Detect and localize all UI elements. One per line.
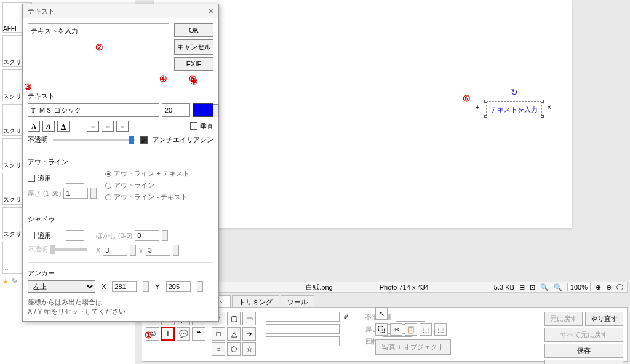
text-object[interactable]: ↻ + テキストを入力 × xyxy=(486,101,542,116)
outline-thickness-label: 厚さ (1-36) xyxy=(28,189,61,198)
paste-icon[interactable]: 📋 xyxy=(405,323,417,336)
tab-trimming[interactable]: トリミング xyxy=(232,295,279,309)
info-icon[interactable]: ⓘ xyxy=(616,283,623,292)
annotation-2: ② xyxy=(95,42,103,52)
outline-thickness-input[interactable] xyxy=(63,188,88,199)
tab-tool[interactable]: ツール xyxy=(281,295,314,309)
tool-speech-icon[interactable]: 💬 xyxy=(177,327,190,341)
color-swatch-2[interactable] xyxy=(266,324,340,334)
outline-mode-1[interactable] xyxy=(105,171,111,177)
shadow-apply-checkbox[interactable] xyxy=(28,232,35,239)
menu-button[interactable]: メニュー xyxy=(544,360,623,364)
eyedropper-icon[interactable]: ✐ xyxy=(343,313,349,321)
align-center-icon[interactable]: ≡ xyxy=(102,121,114,132)
zoom-in-icon[interactable]: ⊕ xyxy=(596,283,601,291)
anchor-y-input[interactable] xyxy=(166,281,191,292)
shape-star-icon[interactable]: ☆ xyxy=(242,342,256,356)
save-button[interactable]: 保存 xyxy=(544,344,623,358)
vertical-checkbox[interactable] xyxy=(190,122,197,130)
annotation-5: ⑤ xyxy=(189,74,197,84)
font-size-input[interactable] xyxy=(162,103,190,117)
shape-square-icon[interactable]: □ xyxy=(212,327,225,341)
underline-icon[interactable]: A xyxy=(57,121,70,132)
shape-hexagon-icon[interactable]: ○ xyxy=(212,342,225,356)
antialias-checkbox[interactable]: ✓ xyxy=(140,136,148,144)
text-section-label: テキスト xyxy=(28,92,213,101)
italic-icon[interactable]: A xyxy=(42,121,55,132)
outline-color[interactable] xyxy=(66,173,84,184)
copy-icon[interactable]: ⿻ xyxy=(375,323,388,336)
text-color-button[interactable] xyxy=(193,103,213,117)
shadow-x-input[interactable] xyxy=(103,245,127,256)
shadow-opacity-slider[interactable] xyxy=(50,248,87,251)
zoom-in-icon[interactable]: 🔍 xyxy=(554,283,562,291)
annotation-3: ③ xyxy=(24,82,32,92)
tool-quote-icon[interactable]: ❝ xyxy=(192,327,205,341)
color-swatch[interactable] xyxy=(266,312,340,322)
zoom-value[interactable]: 100% xyxy=(567,283,591,291)
add-icon[interactable]: + xyxy=(476,103,479,111)
shadow-opacity-label: 不透明 xyxy=(28,245,48,254)
font-select[interactable]: TＭＳ ゴシック xyxy=(28,103,159,117)
outline-mode-3[interactable] xyxy=(105,194,111,200)
rotate-icon[interactable]: ↻ xyxy=(511,87,518,97)
front-icon[interactable]: ⬚ xyxy=(420,323,432,336)
shadow-blur-input[interactable] xyxy=(135,230,159,241)
outline-title: アウトライン xyxy=(28,157,213,167)
vertical-label: 垂直 xyxy=(200,122,213,131)
zoom-out-icon[interactable]: ⊖ xyxy=(606,283,612,291)
annotation-4: ④ xyxy=(159,74,167,84)
pointer-icon[interactable]: ↖ xyxy=(375,307,388,320)
shape-roundrect-icon[interactable]: ▭ xyxy=(242,312,256,325)
exif-button[interactable]: EXIF xyxy=(174,57,213,71)
shadow-y-input[interactable] xyxy=(146,245,170,256)
outline-apply-checkbox[interactable] xyxy=(28,175,35,182)
opacity-slider[interactable] xyxy=(53,139,135,141)
shape-triangle-icon[interactable]: △ xyxy=(227,327,241,341)
shape-rect-icon[interactable]: ▢ xyxy=(227,312,241,325)
shadow-title: シャドゥ xyxy=(28,215,213,224)
fit-icon[interactable]: ⊡ xyxy=(530,283,535,291)
tool-text-icon[interactable]: T xyxy=(161,327,175,341)
undo-button[interactable]: 元に戻す xyxy=(544,312,583,326)
delete-icon[interactable]: × xyxy=(548,103,551,111)
bold-icon[interactable]: A xyxy=(28,121,40,132)
cancel-button[interactable]: キャンセル xyxy=(174,39,213,55)
grid-icon[interactable]: ⊞ xyxy=(519,283,525,291)
annotation-6: ⑥ xyxy=(463,93,471,103)
anchor-note: 座標からはみ出た場合は X / Y 軸をリセットしてください xyxy=(28,298,213,316)
anchor-select[interactable]: 左上 xyxy=(28,280,95,293)
text-dialog: テキスト × テキストを入力 OK キャンセル EXIF ◉ ② テキスト ③ … xyxy=(22,4,219,322)
shape-arrow-icon[interactable]: ➜ xyxy=(242,327,256,341)
photo-object-button[interactable]: 写真 + オブジェクト xyxy=(375,339,451,355)
status-filename: 白紙.png xyxy=(306,283,332,292)
align-left-icon[interactable]: ≡ xyxy=(87,121,99,132)
status-dimensions: Photo 714 x 434 xyxy=(380,283,429,291)
shadow-blur-label: ぼかし (0-5) xyxy=(96,231,132,240)
text-object-content: テキストを入力 xyxy=(490,106,538,113)
redo-button[interactable]: やり直す xyxy=(585,312,623,326)
back-icon[interactable]: ⬚ xyxy=(434,323,447,336)
dialog-title: テキスト xyxy=(28,7,209,16)
extra-buttons: ↖ ⿻ ✂ 📋 ⬚ ⬚ 写真 + オブジェクト xyxy=(375,307,451,355)
annotation-1: ① xyxy=(145,330,153,340)
align-right-icon[interactable]: ≡ xyxy=(116,121,129,132)
opacity-label: 不透明 xyxy=(28,135,48,144)
anchor-x-input[interactable] xyxy=(112,281,137,292)
undo-all-button[interactable]: すべて元に戻す xyxy=(544,328,623,342)
outline-mode-2[interactable] xyxy=(105,183,111,189)
cut-icon[interactable]: ✂ xyxy=(390,323,402,336)
color-swatch-3[interactable] xyxy=(266,336,340,346)
actual-icon[interactable]: 🔍 xyxy=(540,283,549,291)
antialias-label: アンチエイリアシン xyxy=(153,135,213,144)
anchor-title: アンカー xyxy=(28,269,213,278)
ok-button[interactable]: OK xyxy=(174,23,213,37)
shape-pentagon-icon[interactable]: ⬠ xyxy=(227,342,241,356)
shadow-color[interactable] xyxy=(66,230,84,241)
close-icon[interactable]: × xyxy=(209,6,213,16)
status-size: 5.3 KB xyxy=(494,283,514,291)
